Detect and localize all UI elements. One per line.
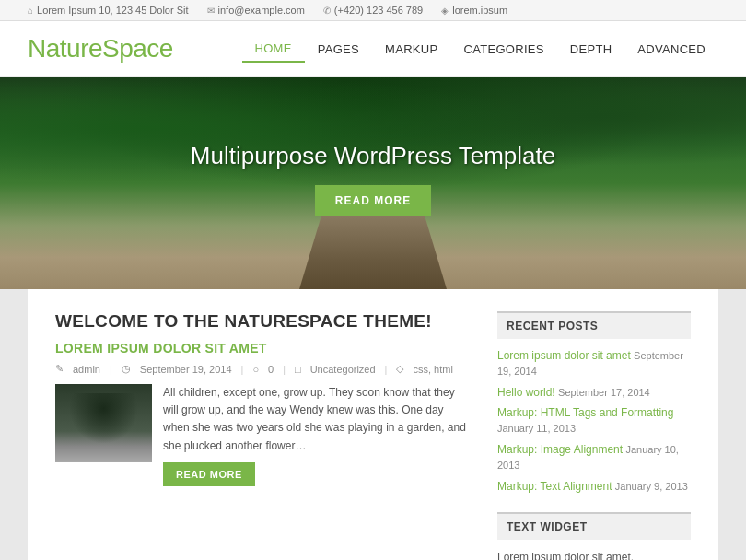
post-comments-icon: ○ [252,364,259,375]
nav-depth[interactable]: DEPTH [557,37,625,62]
content-area: WELCOME TO THE NATURESPACE THEME! LOREM … [55,311,470,560]
post-excerpt-area: All children, except one, grow up. They … [163,384,470,486]
nav-categories[interactable]: CATEGORIES [450,37,556,62]
sidebar: RECENT POSTS Lorem ipsum dolor sit amet … [497,311,691,560]
recent-post-date-5: January 9, 2013 [615,481,688,492]
top-bar-skype: ◈ lorem.ipsum [441,5,507,16]
phone-icon: ✆ [323,6,331,16]
text-widget-content: Lorem ipsum dolor sit amet, consectetur … [497,549,691,560]
read-more-button[interactable]: READ MORE [163,462,255,486]
post-thumbnail [55,384,152,462]
nav-markup[interactable]: MARKUP [372,37,450,62]
recent-post-date-2: September 17, 2014 [558,387,650,398]
post-comments: 0 [268,364,274,375]
list-item: Markup: HTML Tags and Formatting January… [497,405,691,437]
site-header: NatureSpace HOME PAGES MARKUP CATEGORIES… [0,21,746,77]
list-item: Hello world! September 17, 2014 [497,385,691,401]
top-bar-email: ✉ info@example.com [207,5,305,16]
list-item: Markup: Image Alignment January 10, 2013 [497,442,691,473]
recent-post-date-3: January 11, 2013 [497,423,576,434]
top-bar-address: ⌂ Lorem Ipsum 10, 123 45 Dolor Sit [28,5,189,16]
recent-posts-title: RECENT POSTS [497,311,691,339]
post-date: September 19, 2014 [140,364,232,375]
post-date-icon: ◷ [122,363,131,375]
post-tags-icon: ◇ [396,363,403,375]
post-category: Uncategorized [310,364,376,375]
post-excerpt: All children, except one, grow up. They … [163,384,470,455]
hero-title: Multipurpose WordPress Template [0,142,746,170]
post-body: All children, except one, grow up. They … [55,384,470,486]
list-item: Markup: Text Alignment January 9, 2013 [497,479,691,495]
text-widget-title: TEXT WIDGET [497,512,691,540]
post-title[interactable]: LOREM IPSUM DOLOR SIT AMET [55,341,470,356]
recent-posts-list: Lorem ipsum dolor sit amet September 19,… [497,348,691,494]
hero-content: Multipurpose WordPress Template READ MOR… [0,77,746,216]
home-icon: ⌂ [28,6,33,16]
welcome-title: WELCOME TO THE NATURESPACE THEME! [55,311,470,332]
nav-advanced[interactable]: ADVANCED [624,37,718,62]
recent-posts-widget: RECENT POSTS Lorem ipsum dolor sit amet … [497,311,691,494]
post-tags: css, html [413,364,452,375]
top-bar-phone: ✆ (+420) 123 456 789 [323,5,423,16]
hero-read-more-button[interactable]: READ MORE [315,185,431,216]
post-category-icon: □ [295,364,301,375]
main-nav: HOME PAGES MARKUP CATEGORIES DEPTH ADVAN… [242,36,718,63]
nav-home[interactable]: HOME [242,36,305,63]
recent-post-link-1[interactable]: Lorem ipsum dolor sit amet [497,349,631,362]
post-author-icon: ✎ [55,363,64,375]
recent-post-link-5[interactable]: Markup: Text Alignment [497,480,612,493]
email-icon: ✉ [207,6,215,16]
skype-icon: ◈ [441,6,449,16]
hero-section: Multipurpose WordPress Template READ MOR… [0,77,746,289]
post-meta: ✎ admin | ◷ September 19, 2014 | ○ 0 | □… [55,363,470,375]
recent-post-link-4[interactable]: Markup: Image Alignment [497,443,623,456]
text-widget: TEXT WIDGET Lorem ipsum dolor sit amet, … [497,512,691,560]
main-wrapper: WELCOME TO THE NATURESPACE THEME! LOREM … [28,289,718,560]
recent-post-link-2[interactable]: Hello world! [497,386,555,399]
post-author: admin [73,364,100,375]
recent-post-link-3[interactable]: Markup: HTML Tags and Formatting [497,406,673,419]
list-item: Lorem ipsum dolor sit amet September 19,… [497,348,691,379]
nav-pages[interactable]: PAGES [305,37,372,62]
site-title[interactable]: NatureSpace [28,34,173,64]
top-bar: ⌂ Lorem Ipsum 10, 123 45 Dolor Sit ✉ inf… [0,0,746,21]
